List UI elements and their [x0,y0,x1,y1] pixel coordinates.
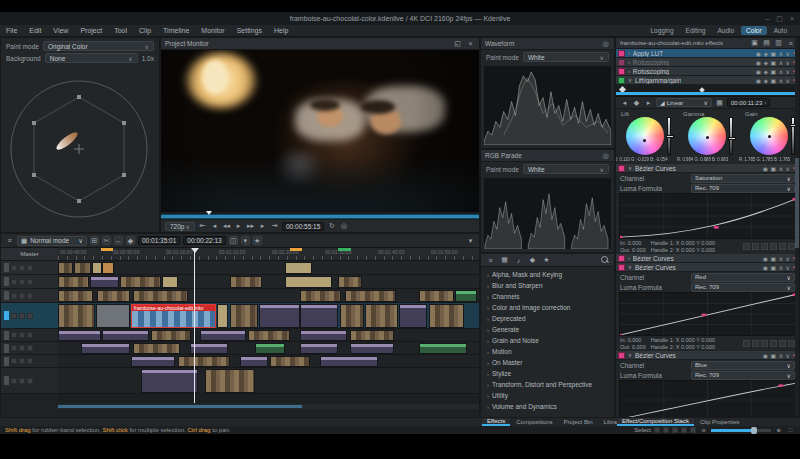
spacer-tool-icon[interactable]: ↔ [114,236,123,245]
effect-category[interactable]: ›Blur and Sharpen [481,280,614,291]
menu-settings[interactable]: Settings [231,27,268,34]
track-menu-icon[interactable] [11,332,17,338]
audio-effects-icon[interactable]: ♪ [514,256,523,265]
effect-row-rotoscoping-1[interactable]: › Rotoscoping ◉◈▣∧∨× [616,58,799,67]
timeline-position-timecode[interactable]: 00:01:35:01 [138,236,180,245]
play-icon[interactable]: ▸ [234,222,243,231]
curve-editor-blue[interactable] [619,380,796,418]
menu-view[interactable]: View [47,27,74,34]
track-header-a2[interactable] [1,342,58,355]
move-down-icon[interactable]: ∨ [786,165,790,172]
menu-monitor[interactable]: Monitor [195,27,230,34]
status-tool-icon[interactable] [654,427,660,433]
track-mute-icon[interactable] [19,279,25,285]
gear-icon[interactable]: ◎ [601,39,610,48]
effects-dock-tab[interactable]: Effects [482,418,510,426]
timeline-clip[interactable] [178,356,230,367]
move-down-icon[interactable]: ∨ [786,50,790,57]
eye-icon[interactable]: ◉ [756,77,761,84]
effect-row-bezier-curves[interactable]: ∨ Bézier Curves ◉▣∧∨× [616,263,799,272]
timeline-clip[interactable] [285,262,312,274]
luma-formula-select[interactable]: Rec. 709∨ [691,283,795,292]
stack-scrollbar[interactable] [795,38,799,418]
chevron-down-icon[interactable]: ∨ [628,77,632,83]
float-panel-icon[interactable]: ◱ [453,39,462,48]
keyframe-icon[interactable]: ◈ [763,77,768,84]
monitor-seek-bar[interactable] [161,214,479,219]
move-down-icon[interactable]: ∨ [786,264,790,271]
timeline-marker-zone[interactable] [338,248,352,251]
curve-tool-icon[interactable] [788,243,795,250]
curve-tool-icon[interactable] [779,340,786,347]
monitor-playhead-marker[interactable] [206,211,212,215]
effects-dock-tab[interactable]: Project Bin [559,418,598,426]
track-header-v3[interactable] [1,275,58,289]
move-up-icon[interactable]: ∧ [779,77,783,84]
track-lock-icon[interactable] [27,345,33,351]
effect-category[interactable]: ›Alpha, Mask and Keying [481,269,614,280]
timeline-clip[interactable] [58,304,95,328]
chevron-right-icon[interactable]: › [628,59,630,65]
timeline-clip[interactable] [248,330,290,341]
maximize-icon[interactable]: ▢ [776,15,783,23]
timeline-clip[interactable] [419,343,467,354]
track-lock-icon[interactable] [27,358,33,364]
all-effects-icon[interactable]: ≡ [486,256,495,265]
timeline-clip[interactable] [81,343,131,354]
next-frame-icon[interactable]: ▸ [258,222,267,231]
timeline-clip[interactable] [350,330,394,341]
prev-keyframe-icon[interactable]: ◂ [620,98,629,107]
timeline-ruler[interactable]: 00:00:40:0000:00:50:0000:01:00:0000:01:1… [58,248,479,261]
eye-icon[interactable]: ◉ [756,59,761,66]
track-mute-icon[interactable] [19,345,25,351]
track-target-indicator[interactable] [4,376,9,385]
timeline-clip[interactable] [58,330,101,341]
curve-tool-icon[interactable] [788,340,795,347]
track-lock-icon[interactable] [27,265,33,271]
move-up-icon[interactable]: ∧ [779,264,783,271]
track-header-a3[interactable] [1,355,58,368]
track-v4[interactable] [58,261,479,275]
move-down-icon[interactable]: ∨ [786,68,790,75]
eye-icon[interactable]: ◉ [763,165,768,172]
timeline-clip[interactable] [230,276,262,288]
prev-frame-icon[interactable]: ◂ [210,222,219,231]
timeline-clip[interactable] [162,276,178,288]
status-tool-icon[interactable] [672,427,678,433]
track-target-indicator[interactable] [4,331,9,340]
curve-tool-icon[interactable] [761,340,768,347]
timeline-clip[interactable] [58,290,93,302]
curve-editor-saturation[interactable] [619,193,796,239]
custom-effects-icon[interactable]: ◆ [528,256,537,265]
timeline-clip[interactable] [90,276,119,288]
status-tool-icon[interactable] [681,427,687,433]
timeline-clip[interactable] [455,290,477,302]
curve-tool-icon[interactable] [752,340,759,347]
timeline-clip[interactable] [230,304,258,328]
move-up-icon[interactable]: ∧ [779,50,783,57]
effect-category[interactable]: ›Motion [481,346,614,357]
save-preset-icon[interactable]: ▣ [750,39,759,48]
keyframe-icon[interactable]: ◈ [763,59,768,66]
effects-dock-tab[interactable]: Compositions [511,418,557,426]
move-up-icon[interactable]: ∧ [779,352,783,359]
move-up-icon[interactable]: ∧ [779,68,783,75]
video-effects-icon[interactable]: ▦ [500,256,509,265]
menu-file[interactable]: File [0,27,23,34]
save-icon[interactable]: ▣ [771,77,777,84]
effect-category[interactable]: ›Generate [481,324,614,335]
timeline-clip[interactable] [200,330,246,341]
zoom-fit-icon[interactable]: ⛶ [786,426,795,435]
effect-category[interactable]: ›Channels [481,291,614,302]
zoom-out-icon[interactable]: ⊖ [699,426,708,435]
playhead-handle[interactable] [191,248,199,253]
timeline-marker-zone[interactable] [290,248,302,251]
edit-mode-select[interactable]: ▦Normal mode∨ [17,236,87,246]
timeline-clip[interactable] [133,290,189,302]
timeline-clip[interactable] [285,276,332,288]
timeline-clip[interactable] [217,304,228,328]
move-up-icon[interactable]: ∧ [779,165,783,172]
workspace-tab-audio[interactable]: Audio [712,26,739,35]
selection-tool-icon[interactable]: ⊞ [90,236,99,245]
eye-icon[interactable]: ◉ [763,352,768,359]
